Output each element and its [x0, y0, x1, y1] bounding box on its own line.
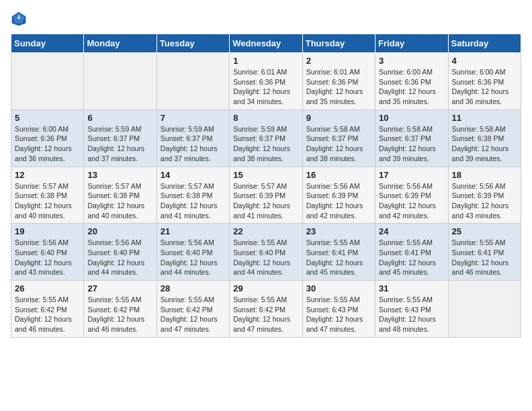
day-info: Sunrise: 6:01 AMSunset: 6:36 PMDaylight:… [233, 67, 298, 107]
day-number: 14 [161, 170, 226, 180]
calendar-week-5: 26Sunrise: 5:55 AMSunset: 6:42 PMDayligh… [11, 281, 521, 338]
calendar-cell-w3-d5: 16Sunrise: 5:56 AMSunset: 6:39 PMDayligh… [302, 167, 375, 224]
calendar-cell-w1-d6: 3Sunrise: 6:00 AMSunset: 6:36 PMDaylight… [375, 53, 448, 110]
day-number: 27 [87, 283, 152, 293]
day-number: 24 [379, 226, 444, 236]
day-info: Sunrise: 5:55 AMSunset: 6:41 PMDaylight:… [379, 238, 444, 277]
calendar-cell-w3-d6: 17Sunrise: 5:56 AMSunset: 6:39 PMDayligh… [375, 167, 448, 224]
calendar-cell-w2-d3: 7Sunrise: 5:59 AMSunset: 6:37 PMDaylight… [157, 109, 229, 167]
calendar-week-2: 5Sunrise: 6:00 AMSunset: 6:36 PMDaylight… [11, 109, 521, 167]
day-number: 11 [452, 113, 517, 123]
day-info: Sunrise: 5:55 AMSunset: 6:43 PMDaylight:… [379, 295, 444, 334]
day-info: Sunrise: 5:57 AMSunset: 6:38 PMDaylight:… [15, 181, 80, 221]
weekday-header-tuesday: Tuesday [157, 34, 229, 53]
logo [11, 11, 30, 27]
calendar-cell-w1-d4: 1Sunrise: 6:01 AMSunset: 6:36 PMDaylight… [230, 53, 302, 110]
day-info: Sunrise: 5:55 AMSunset: 6:41 PMDaylight:… [306, 238, 371, 277]
calendar-table: SundayMondayTuesdayWednesdayThursdayFrid… [11, 34, 521, 338]
day-number: 5 [15, 113, 80, 123]
day-info: Sunrise: 5:57 AMSunset: 6:38 PMDaylight:… [87, 181, 152, 221]
day-info: Sunrise: 5:57 AMSunset: 6:38 PMDaylight:… [161, 181, 226, 221]
calendar-cell-w1-d3 [157, 53, 229, 110]
calendar-cell-w2-d2: 6Sunrise: 5:59 AMSunset: 6:37 PMDaylight… [84, 109, 157, 167]
day-number: 10 [379, 113, 444, 123]
day-number: 4 [452, 56, 517, 66]
calendar-cell-w1-d1 [11, 53, 84, 110]
day-info: Sunrise: 5:58 AMSunset: 6:38 PMDaylight:… [452, 124, 517, 164]
day-number: 3 [379, 56, 444, 66]
calendar-cell-w3-d4: 15Sunrise: 5:57 AMSunset: 6:39 PMDayligh… [230, 167, 302, 224]
day-info: Sunrise: 5:58 AMSunset: 6:37 PMDaylight:… [306, 124, 371, 164]
day-info: Sunrise: 6:01 AMSunset: 6:36 PMDaylight:… [306, 67, 371, 107]
day-number: 16 [306, 170, 371, 180]
day-info: Sunrise: 5:56 AMSunset: 6:40 PMDaylight:… [161, 238, 226, 277]
weekday-header-thursday: Thursday [302, 34, 375, 53]
day-number: 29 [233, 283, 298, 293]
calendar-week-3: 12Sunrise: 5:57 AMSunset: 6:38 PMDayligh… [11, 167, 521, 224]
day-info: Sunrise: 6:00 AMSunset: 6:36 PMDaylight:… [452, 67, 517, 107]
day-info: Sunrise: 5:55 AMSunset: 6:42 PMDaylight:… [233, 295, 298, 334]
calendar-cell-w4-d3: 21Sunrise: 5:56 AMSunset: 6:40 PMDayligh… [157, 224, 229, 281]
day-info: Sunrise: 5:59 AMSunset: 6:37 PMDaylight:… [233, 124, 298, 164]
calendar-cell-w3-d1: 12Sunrise: 5:57 AMSunset: 6:38 PMDayligh… [11, 167, 84, 224]
day-number: 8 [233, 113, 298, 123]
weekday-header-wednesday: Wednesday [230, 34, 302, 53]
weekday-header-sunday: Sunday [11, 34, 84, 53]
calendar-cell-w1-d7: 4Sunrise: 6:00 AMSunset: 6:36 PMDaylight… [448, 53, 521, 110]
calendar-week-4: 19Sunrise: 5:56 AMSunset: 6:40 PMDayligh… [11, 224, 521, 281]
calendar-cell-w4-d2: 20Sunrise: 5:56 AMSunset: 6:40 PMDayligh… [84, 224, 157, 281]
day-number: 30 [306, 283, 371, 293]
day-info: Sunrise: 5:56 AMSunset: 6:39 PMDaylight:… [379, 181, 444, 221]
calendar-cell-w2-d4: 8Sunrise: 5:59 AMSunset: 6:37 PMDaylight… [230, 109, 302, 167]
day-number: 28 [161, 283, 226, 293]
calendar-cell-w2-d5: 9Sunrise: 5:58 AMSunset: 6:37 PMDaylight… [302, 109, 375, 167]
calendar-cell-w3-d2: 13Sunrise: 5:57 AMSunset: 6:38 PMDayligh… [84, 167, 157, 224]
weekday-header-monday: Monday [84, 34, 157, 53]
day-number: 25 [452, 226, 517, 236]
day-number: 12 [15, 170, 80, 180]
day-info: Sunrise: 5:55 AMSunset: 6:43 PMDaylight:… [306, 295, 371, 334]
day-info: Sunrise: 5:59 AMSunset: 6:37 PMDaylight:… [87, 124, 152, 164]
day-info: Sunrise: 5:56 AMSunset: 6:40 PMDaylight:… [15, 238, 80, 277]
calendar-cell-w2-d7: 11Sunrise: 5:58 AMSunset: 6:38 PMDayligh… [448, 109, 521, 167]
day-number: 23 [306, 226, 371, 236]
calendar-cell-w5-d7 [448, 281, 521, 338]
day-info: Sunrise: 5:55 AMSunset: 6:40 PMDaylight:… [233, 238, 298, 277]
calendar-cell-w5-d6: 31Sunrise: 5:55 AMSunset: 6:43 PMDayligh… [375, 281, 448, 338]
calendar-cell-w5-d5: 30Sunrise: 5:55 AMSunset: 6:43 PMDayligh… [302, 281, 375, 338]
page-header [11, 11, 521, 27]
day-info: Sunrise: 5:55 AMSunset: 6:41 PMDaylight:… [452, 238, 517, 277]
calendar-cell-w5-d2: 27Sunrise: 5:55 AMSunset: 6:42 PMDayligh… [84, 281, 157, 338]
calendar-cell-w2-d6: 10Sunrise: 5:58 AMSunset: 6:37 PMDayligh… [375, 109, 448, 167]
calendar-cell-w5-d3: 28Sunrise: 5:55 AMSunset: 6:42 PMDayligh… [157, 281, 229, 338]
day-info: Sunrise: 5:59 AMSunset: 6:37 PMDaylight:… [161, 124, 226, 164]
day-info: Sunrise: 5:58 AMSunset: 6:37 PMDaylight:… [379, 124, 444, 164]
calendar-cell-w5-d1: 26Sunrise: 5:55 AMSunset: 6:42 PMDayligh… [11, 281, 84, 338]
day-number: 18 [452, 170, 517, 180]
day-info: Sunrise: 5:57 AMSunset: 6:39 PMDaylight:… [233, 181, 298, 221]
calendar-cell-w1-d5: 2Sunrise: 6:01 AMSunset: 6:36 PMDaylight… [302, 53, 375, 110]
weekday-header-row: SundayMondayTuesdayWednesdayThursdayFrid… [11, 34, 521, 53]
calendar-cell-w3-d3: 14Sunrise: 5:57 AMSunset: 6:38 PMDayligh… [157, 167, 229, 224]
calendar-cell-w4-d6: 24Sunrise: 5:55 AMSunset: 6:41 PMDayligh… [375, 224, 448, 281]
day-number: 31 [379, 283, 444, 293]
day-number: 21 [161, 226, 226, 236]
day-info: Sunrise: 6:00 AMSunset: 6:36 PMDaylight:… [379, 67, 444, 107]
day-info: Sunrise: 5:55 AMSunset: 6:42 PMDaylight:… [161, 295, 226, 334]
day-info: Sunrise: 5:55 AMSunset: 6:42 PMDaylight:… [87, 295, 152, 334]
day-number: 17 [379, 170, 444, 180]
calendar-cell-w4-d1: 19Sunrise: 5:56 AMSunset: 6:40 PMDayligh… [11, 224, 84, 281]
day-info: Sunrise: 5:55 AMSunset: 6:42 PMDaylight:… [15, 295, 80, 334]
day-number: 6 [87, 113, 152, 123]
day-number: 20 [87, 226, 152, 236]
day-number: 22 [233, 226, 298, 236]
day-number: 1 [233, 56, 298, 66]
day-number: 19 [15, 226, 80, 236]
calendar-cell-w2-d1: 5Sunrise: 6:00 AMSunset: 6:36 PMDaylight… [11, 109, 84, 167]
weekday-header-saturday: Saturday [448, 34, 521, 53]
day-number: 2 [306, 56, 371, 66]
calendar-cell-w1-d2 [84, 53, 157, 110]
day-info: Sunrise: 5:56 AMSunset: 6:39 PMDaylight:… [452, 181, 517, 221]
calendar-cell-w5-d4: 29Sunrise: 5:55 AMSunset: 6:42 PMDayligh… [230, 281, 302, 338]
calendar-week-1: 1Sunrise: 6:01 AMSunset: 6:36 PMDaylight… [11, 53, 521, 110]
